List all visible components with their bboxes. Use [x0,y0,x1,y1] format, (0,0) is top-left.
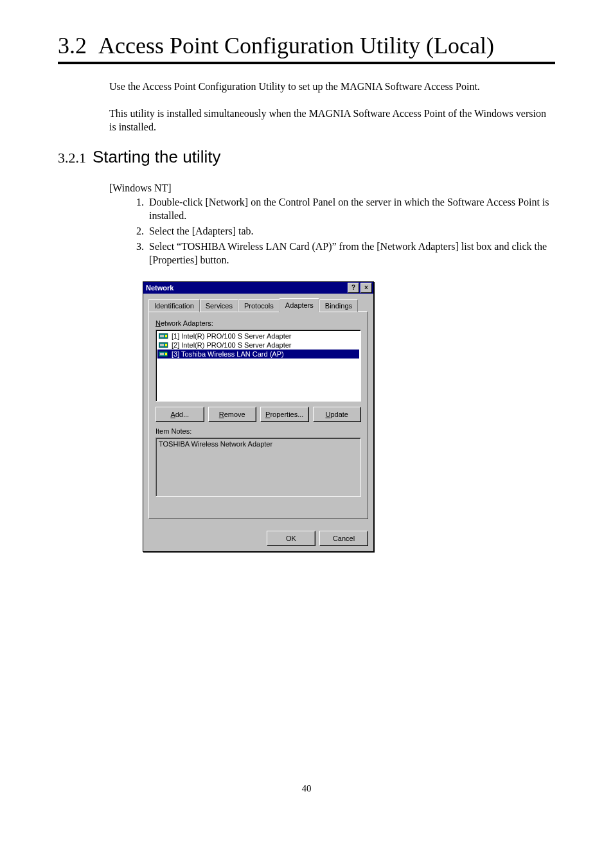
subsection-number: 3.2.1 [58,150,86,166]
adapter-item[interactable]: [1] Intel(R) PRO/100 S Server Adapter [157,332,359,341]
network-adapters-listbox[interactable]: [1] Intel(R) PRO/100 S Server Adapter [2… [155,330,361,402]
network-dialog: Network ? × Identification Services Prot… [143,281,374,552]
step-item: Select “TOSHIBA Wireless LAN Card (AP)” … [147,240,555,267]
svg-rect-1 [160,335,164,337]
intro-text: Use the Access Point Configuration Utili… [109,80,555,134]
section-number: 3.2 [58,33,87,58]
intro-p2: This utility is installed simultaneously… [109,107,555,134]
nic-icon [159,350,169,358]
properties-button[interactable]: Properties... [260,407,309,422]
adapter-item-label: [3] Toshiba Wireless LAN Card (AP) [172,350,284,358]
item-notes-box: TOSHIBA Wireless Network Adapter [155,438,361,497]
tab-panel-adapters: Network Adapters: [1] Intel(R) PRO/100 S… [148,311,368,519]
steps-list: Double-click [Network] on the Control Pa… [109,195,555,267]
close-icon: × [364,285,368,291]
tab-adapters[interactable]: Adapters [280,298,319,312]
svg-rect-2 [165,335,167,337]
svg-rect-4 [160,344,164,346]
heading-rule [58,62,555,64]
help-icon: ? [351,285,355,291]
step-item: Select the [Adapters] tab. [147,224,555,238]
tab-bindings[interactable]: Bindings [319,299,358,312]
ok-button[interactable]: OK [267,531,315,546]
adapter-item-label: [2] Intel(R) PRO/100 S Server Adapter [172,341,291,349]
adapter-item[interactable]: [2] Intel(R) PRO/100 S Server Adapter [157,341,359,350]
adapter-item-selected[interactable]: [3] Toshiba Wireless LAN Card (AP) [157,350,359,359]
cancel-button[interactable]: Cancel [319,531,368,546]
tab-protocols[interactable]: Protocols [238,299,280,312]
step-item: Double-click [Network] on the Control Pa… [147,195,555,223]
adapter-item-label: [1] Intel(R) PRO/100 S Server Adapter [172,332,291,340]
page-number: 40 [58,783,555,794]
item-notes-text: TOSHIBA Wireless Network Adapter [159,440,272,448]
svg-rect-7 [160,353,164,355]
dialog-titlebar[interactable]: Network ? × [143,282,373,294]
section-heading: 3.2Access Point Configuration Utility (L… [58,32,555,59]
adapter-buttons-row: Add... Remove Properties... Update [155,407,361,422]
section-title: Access Point Configuration Utility (Loca… [98,33,494,58]
close-button[interactable]: × [360,283,372,293]
subsection-heading: 3.2.1Starting the utility [58,147,555,167]
update-button[interactable]: Update [313,407,362,422]
svg-rect-5 [165,344,167,346]
item-notes-label: Item Notes: [155,427,361,435]
subsection-title: Starting the utility [93,147,220,166]
help-button[interactable]: ? [348,283,359,293]
network-adapters-label: Network Adapters: [155,319,361,327]
remove-button[interactable]: Remove [208,407,257,422]
tab-services[interactable]: Services [200,299,238,312]
tab-identification[interactable]: Identification [148,299,200,312]
dialog-footer: OK Cancel [143,526,373,551]
intro-p1: Use the Access Point Configuration Utili… [109,80,555,94]
platform-label: [Windows NT] [109,182,555,194]
svg-rect-8 [165,353,167,355]
dialog-title: Network [146,284,346,292]
nic-icon [159,332,169,340]
tab-strip: Identification Services Protocols Adapte… [148,297,368,312]
add-button[interactable]: Add... [155,407,204,422]
nic-icon [159,341,169,349]
